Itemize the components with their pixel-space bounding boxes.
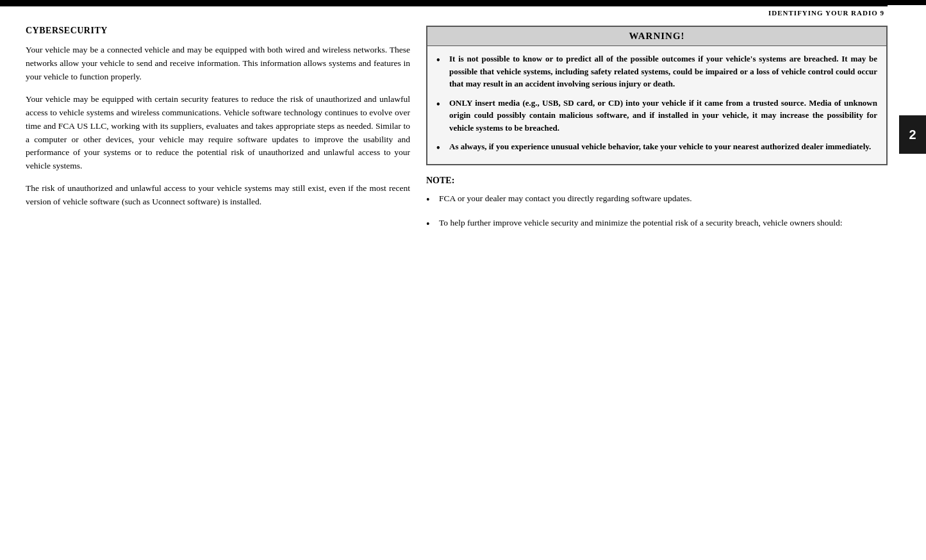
page-header: IDENTIFYING YOUR RADIO 9: [768, 9, 884, 17]
note-bullet-2: •: [426, 217, 436, 231]
warning-body: • It is not possible to know or to predi…: [427, 46, 886, 164]
warning-text-1: It is not possible to know or to predict…: [449, 53, 877, 90]
warning-item-1: • It is not possible to know or to predi…: [436, 53, 877, 90]
section-title: CYBERSECURITY: [26, 26, 410, 36]
note-text-2: To help further improve vehicle security…: [439, 217, 843, 230]
page-container: IDENTIFYING YOUR RADIO 9 2 CYBERSECURITY…: [0, 0, 926, 560]
warning-item-2: • ONLY insert media (e.g., USB, SD card,…: [436, 97, 877, 135]
warning-item-3: • As always, if you experience unusual v…: [436, 140, 877, 155]
warning-header: WARNING!: [427, 27, 886, 46]
note-item-2: • To help further improve vehicle securi…: [426, 217, 888, 231]
bullet-1: •: [436, 53, 447, 67]
note-bullet-1: •: [426, 193, 436, 207]
note-title: NOTE:: [426, 176, 888, 186]
header-rule: [0, 5, 888, 6]
left-column: CYBERSECURITY Your vehicle may be a conn…: [26, 26, 410, 218]
note-text-1: FCA or your dealer may contact you direc…: [439, 192, 692, 206]
note-item-1: • FCA or your dealer may contact you dir…: [426, 192, 888, 207]
note-section: NOTE: • FCA or your dealer may contact y…: [426, 176, 888, 231]
right-column: WARNING! • It is not possible to know or…: [426, 26, 888, 240]
bullet-2: •: [436, 97, 447, 111]
chapter-tab: 2: [899, 115, 926, 154]
warning-text-2: ONLY insert media (e.g., USB, SD card, o…: [449, 97, 877, 135]
bullet-3: •: [436, 141, 447, 155]
warning-text-3: As always, if you experience unusual veh…: [449, 140, 871, 153]
top-bar: [0, 0, 926, 5]
warning-box: WARNING! • It is not possible to know or…: [426, 26, 888, 165]
paragraph-1: Your vehicle may be a connected vehicle …: [26, 44, 410, 84]
paragraph-3: The risk of unauthorized and unlawful ac…: [26, 182, 410, 209]
paragraph-2: Your vehicle may be equipped with certai…: [26, 93, 410, 174]
